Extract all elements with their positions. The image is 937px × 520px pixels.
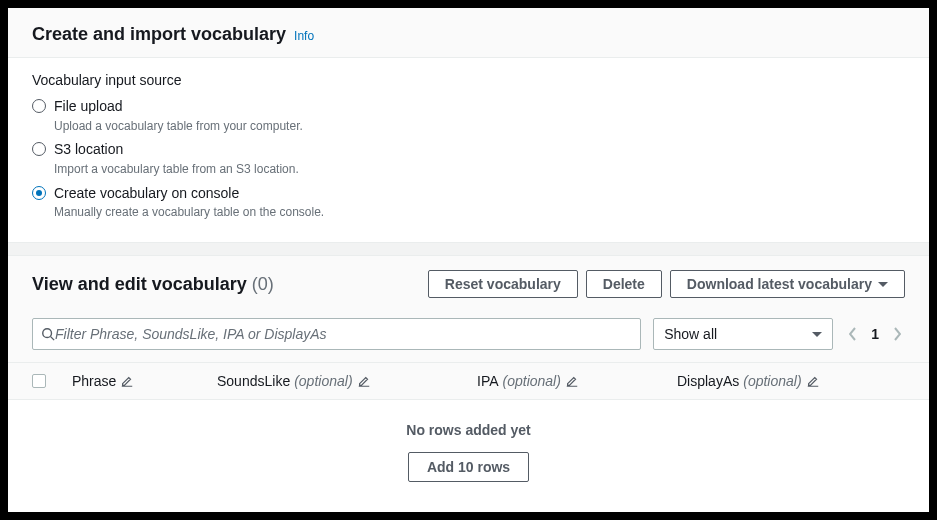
empty-state-text: No rows added yet	[8, 422, 929, 438]
page-number: 1	[871, 326, 879, 342]
table-header-row: Phrase SoundsLike (optional) IPA (option…	[8, 362, 929, 400]
delete-button[interactable]: Delete	[586, 270, 662, 298]
pagination: 1	[845, 326, 905, 342]
column-label: IPA	[477, 373, 499, 389]
radio-icon	[32, 142, 46, 156]
optional-label: (optional)	[743, 373, 801, 389]
select-all-cell	[32, 374, 72, 388]
column-label: DisplayAs	[677, 373, 739, 389]
button-label: Reset vocabulary	[445, 276, 561, 292]
show-all-select[interactable]: Show all	[653, 318, 833, 350]
page-title: Create and import vocabulary	[32, 24, 286, 45]
radio-option-file-upload[interactable]: File upload Upload a vocabulary table fr…	[32, 94, 905, 137]
table-title: View and edit vocabulary (0)	[32, 274, 274, 295]
radio-icon	[32, 186, 46, 200]
radio-icon	[32, 99, 46, 113]
download-vocabulary-button[interactable]: Download latest vocabulary	[670, 270, 905, 298]
column-header-displayas[interactable]: DisplayAs (optional)	[677, 373, 905, 389]
search-icon	[41, 327, 55, 341]
info-link[interactable]: Info	[294, 29, 314, 43]
select-all-checkbox[interactable]	[32, 374, 46, 388]
svg-point-0	[43, 329, 52, 338]
filter-input[interactable]	[55, 326, 632, 342]
column-label: SoundsLike	[217, 373, 290, 389]
button-label: Download latest vocabulary	[687, 276, 872, 292]
caret-down-icon	[812, 332, 822, 337]
edit-icon	[565, 374, 579, 388]
table-title-text: View and edit vocabulary	[32, 274, 247, 294]
column-label: Phrase	[72, 373, 116, 389]
reset-vocabulary-button[interactable]: Reset vocabulary	[428, 270, 578, 298]
radio-title: S3 location	[54, 140, 905, 160]
radio-option-s3-location[interactable]: S3 location Import a vocabulary table fr…	[32, 137, 905, 180]
edit-icon	[806, 374, 820, 388]
column-header-ipa[interactable]: IPA (optional)	[477, 373, 677, 389]
radio-desc: Manually create a vocabulary table on th…	[54, 204, 905, 221]
page-prev-button[interactable]	[849, 327, 857, 341]
select-value: Show all	[664, 326, 717, 342]
filter-input-container[interactable]	[32, 318, 641, 350]
edit-icon	[357, 374, 371, 388]
panel-header-create-import: Create and import vocabulary Info	[8, 8, 929, 58]
caret-down-icon	[878, 282, 888, 287]
radio-desc: Upload a vocabulary table from your comp…	[54, 118, 905, 135]
radio-title: Create vocabulary on console	[54, 184, 905, 204]
panel-divider	[8, 242, 929, 256]
table-count: (0)	[252, 274, 274, 294]
radio-desc: Import a vocabulary table from an S3 loc…	[54, 161, 905, 178]
column-header-soundslike[interactable]: SoundsLike (optional)	[217, 373, 477, 389]
column-header-phrase[interactable]: Phrase	[72, 373, 217, 389]
edit-icon	[120, 374, 134, 388]
optional-label: (optional)	[503, 373, 561, 389]
page-next-button[interactable]	[893, 327, 901, 341]
radio-option-console[interactable]: Create vocabulary on console Manually cr…	[32, 181, 905, 224]
radio-title: File upload	[54, 97, 905, 117]
optional-label: (optional)	[294, 373, 352, 389]
input-source-label: Vocabulary input source	[32, 72, 905, 88]
button-label: Delete	[603, 276, 645, 292]
svg-line-1	[51, 337, 55, 341]
add-rows-button[interactable]: Add 10 rows	[408, 452, 529, 482]
button-label: Add 10 rows	[427, 459, 510, 475]
